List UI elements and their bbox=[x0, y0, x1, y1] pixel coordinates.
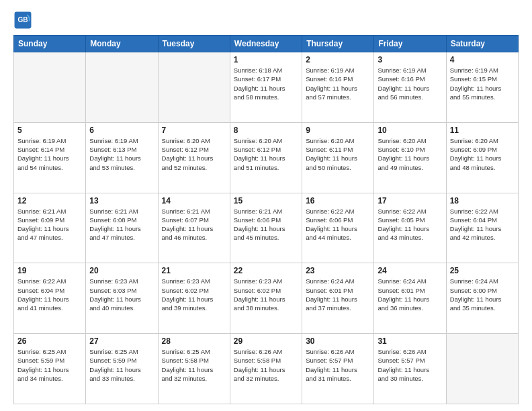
calendar-cell: 29Sunrise: 6:26 AM Sunset: 5:58 PM Dayli… bbox=[230, 334, 302, 404]
day-number: 31 bbox=[378, 336, 442, 346]
day-info: Sunrise: 6:26 AM Sunset: 5:57 PM Dayligh… bbox=[378, 347, 442, 383]
header: GB bbox=[13, 11, 519, 30]
page: GB SundayMondayTuesdayWednesdayThursdayF… bbox=[0, 0, 532, 411]
day-info: Sunrise: 6:20 AM Sunset: 6:11 PM Dayligh… bbox=[306, 136, 370, 172]
calendar-cell: 25Sunrise: 6:24 AM Sunset: 6:00 PM Dayli… bbox=[446, 263, 518, 334]
calendar-cell: 10Sunrise: 6:20 AM Sunset: 6:10 PM Dayli… bbox=[374, 122, 446, 193]
day-info: Sunrise: 6:25 AM Sunset: 5:58 PM Dayligh… bbox=[162, 347, 226, 383]
day-number: 7 bbox=[162, 126, 226, 135]
day-number: 9 bbox=[306, 126, 370, 135]
calendar-cell: 12Sunrise: 6:21 AM Sunset: 6:09 PM Dayli… bbox=[14, 193, 86, 263]
day-info: Sunrise: 6:22 AM Sunset: 6:05 PM Dayligh… bbox=[378, 207, 442, 242]
calendar-week-3: 19Sunrise: 6:22 AM Sunset: 6:04 PM Dayli… bbox=[14, 263, 519, 334]
calendar-cell: 14Sunrise: 6:21 AM Sunset: 6:07 PM Dayli… bbox=[158, 193, 230, 263]
day-number: 16 bbox=[306, 196, 370, 205]
day-number: 8 bbox=[234, 126, 298, 135]
day-info: Sunrise: 6:18 AM Sunset: 6:17 PM Dayligh… bbox=[234, 66, 298, 101]
day-info: Sunrise: 6:22 AM Sunset: 6:04 PM Dayligh… bbox=[450, 207, 515, 242]
calendar-cell: 22Sunrise: 6:23 AM Sunset: 6:02 PM Dayli… bbox=[230, 263, 302, 334]
day-info: Sunrise: 6:21 AM Sunset: 6:08 PM Dayligh… bbox=[89, 207, 154, 242]
calendar-cell: 16Sunrise: 6:22 AM Sunset: 6:06 PM Dayli… bbox=[302, 193, 374, 263]
day-header-friday: Friday bbox=[374, 36, 446, 52]
calendar-cell: 2Sunrise: 6:19 AM Sunset: 6:16 PM Daylig… bbox=[302, 52, 374, 123]
calendar-cell: 30Sunrise: 6:26 AM Sunset: 5:57 PM Dayli… bbox=[302, 334, 374, 404]
logo: GB bbox=[13, 11, 35, 30]
day-info: Sunrise: 6:20 AM Sunset: 6:12 PM Dayligh… bbox=[234, 136, 298, 172]
day-number: 23 bbox=[306, 266, 370, 275]
day-header-tuesday: Tuesday bbox=[158, 36, 230, 52]
calendar-cell: 27Sunrise: 6:25 AM Sunset: 5:59 PM Dayli… bbox=[86, 334, 158, 404]
day-info: Sunrise: 6:26 AM Sunset: 5:57 PM Dayligh… bbox=[306, 347, 370, 383]
day-info: Sunrise: 6:19 AM Sunset: 6:13 PM Dayligh… bbox=[89, 136, 154, 172]
day-info: Sunrise: 6:19 AM Sunset: 6:14 PM Dayligh… bbox=[17, 136, 82, 172]
day-header-wednesday: Wednesday bbox=[230, 36, 302, 52]
calendar-cell: 23Sunrise: 6:24 AM Sunset: 6:01 PM Dayli… bbox=[302, 263, 374, 334]
calendar-week-2: 12Sunrise: 6:21 AM Sunset: 6:09 PM Dayli… bbox=[14, 193, 519, 263]
day-header-thursday: Thursday bbox=[302, 36, 374, 52]
svg-text:GB: GB bbox=[17, 16, 28, 24]
calendar-week-4: 26Sunrise: 6:25 AM Sunset: 5:59 PM Dayli… bbox=[14, 334, 519, 404]
day-info: Sunrise: 6:22 AM Sunset: 6:04 PM Dayligh… bbox=[17, 277, 82, 312]
day-number: 6 bbox=[89, 126, 154, 135]
day-number: 30 bbox=[306, 336, 370, 346]
day-info: Sunrise: 6:20 AM Sunset: 6:09 PM Dayligh… bbox=[450, 136, 515, 172]
calendar-cell bbox=[14, 52, 86, 123]
day-header-saturday: Saturday bbox=[446, 36, 518, 52]
calendar-cell: 7Sunrise: 6:20 AM Sunset: 6:12 PM Daylig… bbox=[158, 122, 230, 193]
day-number: 12 bbox=[17, 196, 82, 205]
calendar-cell: 8Sunrise: 6:20 AM Sunset: 6:12 PM Daylig… bbox=[230, 122, 302, 193]
day-info: Sunrise: 6:20 AM Sunset: 6:10 PM Dayligh… bbox=[378, 136, 442, 172]
day-info: Sunrise: 6:24 AM Sunset: 6:01 PM Dayligh… bbox=[378, 277, 442, 312]
day-info: Sunrise: 6:23 AM Sunset: 6:02 PM Dayligh… bbox=[234, 277, 298, 312]
day-number: 10 bbox=[378, 126, 442, 135]
calendar-table: SundayMondayTuesdayWednesdayThursdayFrid… bbox=[13, 35, 519, 404]
day-number: 2 bbox=[306, 55, 370, 64]
day-header-monday: Monday bbox=[86, 36, 158, 52]
day-info: Sunrise: 6:21 AM Sunset: 6:07 PM Dayligh… bbox=[162, 207, 226, 242]
calendar-cell: 5Sunrise: 6:19 AM Sunset: 6:14 PM Daylig… bbox=[14, 122, 86, 193]
day-number: 27 bbox=[89, 336, 154, 346]
day-number: 17 bbox=[378, 196, 442, 205]
calendar-cell bbox=[86, 52, 158, 123]
logo-icon: GB bbox=[13, 11, 32, 30]
calendar-cell: 20Sunrise: 6:23 AM Sunset: 6:03 PM Dayli… bbox=[86, 263, 158, 334]
day-info: Sunrise: 6:25 AM Sunset: 5:59 PM Dayligh… bbox=[89, 347, 154, 383]
calendar-cell: 1Sunrise: 6:18 AM Sunset: 6:17 PM Daylig… bbox=[230, 52, 302, 123]
day-number: 25 bbox=[450, 266, 515, 275]
calendar-header-row: SundayMondayTuesdayWednesdayThursdayFrid… bbox=[14, 36, 519, 52]
calendar-cell: 11Sunrise: 6:20 AM Sunset: 6:09 PM Dayli… bbox=[446, 122, 518, 193]
day-info: Sunrise: 6:19 AM Sunset: 6:16 PM Dayligh… bbox=[378, 66, 442, 101]
day-info: Sunrise: 6:24 AM Sunset: 6:01 PM Dayligh… bbox=[306, 277, 370, 312]
day-number: 28 bbox=[162, 336, 226, 346]
calendar-cell: 9Sunrise: 6:20 AM Sunset: 6:11 PM Daylig… bbox=[302, 122, 374, 193]
day-number: 22 bbox=[234, 266, 298, 275]
day-info: Sunrise: 6:21 AM Sunset: 6:06 PM Dayligh… bbox=[234, 207, 298, 242]
day-number: 21 bbox=[162, 266, 226, 275]
day-info: Sunrise: 6:22 AM Sunset: 6:06 PM Dayligh… bbox=[306, 207, 370, 242]
calendar-cell: 17Sunrise: 6:22 AM Sunset: 6:05 PM Dayli… bbox=[374, 193, 446, 263]
day-info: Sunrise: 6:26 AM Sunset: 5:58 PM Dayligh… bbox=[234, 347, 298, 383]
day-number: 19 bbox=[17, 266, 82, 275]
day-number: 5 bbox=[17, 126, 82, 135]
day-number: 14 bbox=[162, 196, 226, 205]
day-number: 3 bbox=[378, 55, 442, 64]
calendar-cell: 18Sunrise: 6:22 AM Sunset: 6:04 PM Dayli… bbox=[446, 193, 518, 263]
calendar-cell: 21Sunrise: 6:23 AM Sunset: 6:02 PM Dayli… bbox=[158, 263, 230, 334]
calendar-cell: 31Sunrise: 6:26 AM Sunset: 5:57 PM Dayli… bbox=[374, 334, 446, 404]
day-info: Sunrise: 6:21 AM Sunset: 6:09 PM Dayligh… bbox=[17, 207, 82, 242]
day-info: Sunrise: 6:25 AM Sunset: 5:59 PM Dayligh… bbox=[17, 347, 82, 383]
calendar-cell bbox=[158, 52, 230, 123]
calendar-cell: 15Sunrise: 6:21 AM Sunset: 6:06 PM Dayli… bbox=[230, 193, 302, 263]
calendar-cell: 3Sunrise: 6:19 AM Sunset: 6:16 PM Daylig… bbox=[374, 52, 446, 123]
day-number: 26 bbox=[17, 336, 82, 346]
day-number: 20 bbox=[89, 266, 154, 275]
calendar-cell: 4Sunrise: 6:19 AM Sunset: 6:15 PM Daylig… bbox=[446, 52, 518, 123]
day-number: 18 bbox=[450, 196, 515, 205]
calendar-cell: 19Sunrise: 6:22 AM Sunset: 6:04 PM Dayli… bbox=[14, 263, 86, 334]
day-number: 13 bbox=[89, 196, 154, 205]
day-number: 15 bbox=[234, 196, 298, 205]
day-info: Sunrise: 6:19 AM Sunset: 6:15 PM Dayligh… bbox=[450, 66, 515, 101]
calendar-cell: 6Sunrise: 6:19 AM Sunset: 6:13 PM Daylig… bbox=[86, 122, 158, 193]
day-number: 24 bbox=[378, 266, 442, 275]
calendar-week-1: 5Sunrise: 6:19 AM Sunset: 6:14 PM Daylig… bbox=[14, 122, 519, 193]
